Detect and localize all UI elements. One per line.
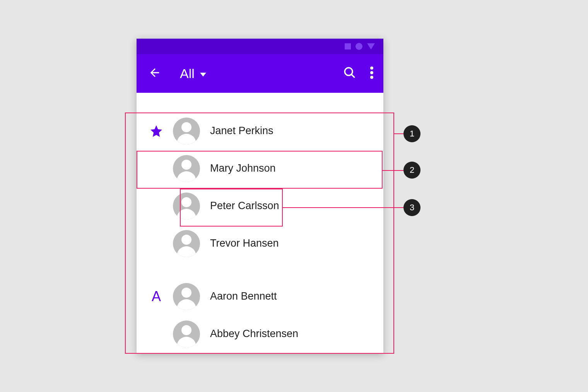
svg-marker-3 <box>200 73 206 77</box>
search-icon <box>343 66 356 79</box>
avatar <box>173 320 200 348</box>
back-button[interactable] <box>148 66 161 81</box>
list-item[interactable]: Janet Perkins <box>137 112 383 150</box>
list-item[interactable]: A Aaron Bennett <box>137 278 383 315</box>
back-arrow-icon <box>148 66 161 79</box>
avatar <box>173 155 200 182</box>
svg-point-1 <box>356 43 362 50</box>
status-bar <box>137 39 383 54</box>
section-marker-star <box>147 124 165 138</box>
annotation-badge-2: 2 <box>403 162 420 179</box>
list-item[interactable]: Peter Carlsson <box>137 187 383 225</box>
svg-point-4 <box>345 68 352 75</box>
contact-name: Abbey Christensen <box>210 328 298 340</box>
status-square-icon <box>345 43 351 49</box>
avatar <box>173 193 200 220</box>
status-triangle-icon <box>367 43 375 49</box>
contact-name: Aaron Bennett <box>210 290 277 302</box>
search-button[interactable] <box>343 66 356 81</box>
list-item[interactable]: Abbey Christensen <box>137 315 383 353</box>
list-item[interactable]: Mary Johnson <box>137 150 383 187</box>
caret-down-icon <box>200 73 206 77</box>
dropdown-caret[interactable] <box>200 71 206 78</box>
star-icon <box>149 124 163 138</box>
annotation-line-2 <box>383 170 410 171</box>
section-marker-letter: A <box>147 288 165 305</box>
annotation-badge-1: 1 <box>403 125 420 142</box>
list-item[interactable]: Trevor Hansen <box>137 225 383 262</box>
overflow-menu-button[interactable] <box>370 66 373 80</box>
svg-marker-2 <box>367 43 375 49</box>
contact-list: Janet Perkins Mary Johnson Peter Carlsso… <box>137 93 383 353</box>
svg-rect-0 <box>345 43 351 49</box>
contact-name: Peter Carlsson <box>210 200 279 212</box>
avatar <box>173 230 200 257</box>
contact-name: Janet Perkins <box>210 125 273 137</box>
avatar <box>173 283 200 310</box>
annotation-badge-3: 3 <box>403 199 420 216</box>
more-vert-icon <box>370 66 373 79</box>
contact-name: Trevor Hansen <box>210 237 279 249</box>
status-circle-icon <box>356 43 362 50</box>
filter-dropdown-label[interactable]: All <box>180 66 195 81</box>
device-frame: All Janet Perkins Mary Johnson Peter <box>137 39 383 353</box>
annotation-line-1 <box>394 133 410 134</box>
avatar <box>173 118 200 145</box>
contact-name: Mary Johnson <box>210 162 276 174</box>
svg-line-5 <box>351 74 355 78</box>
app-bar: All <box>137 54 383 93</box>
svg-point-6 <box>370 66 373 70</box>
svg-point-7 <box>370 71 373 74</box>
svg-point-8 <box>370 76 373 79</box>
